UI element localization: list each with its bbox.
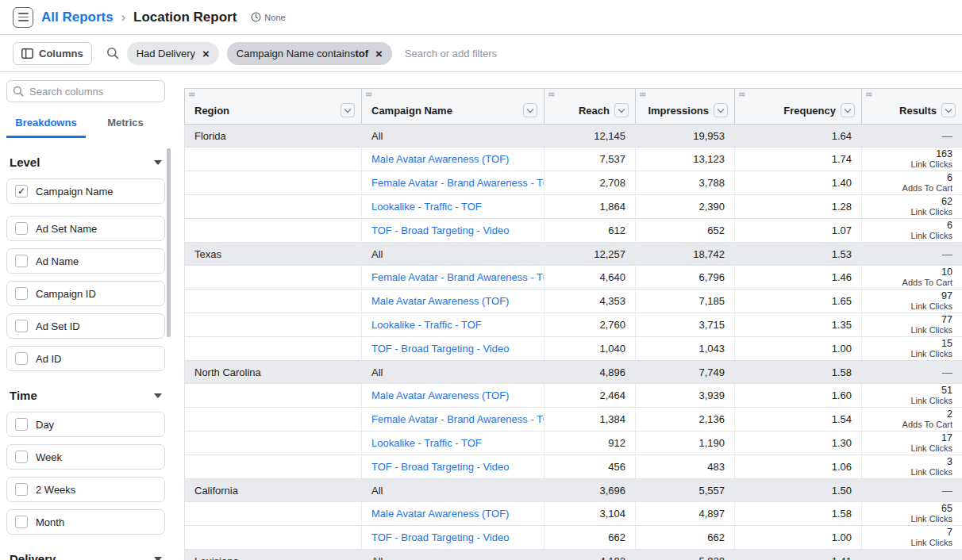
sidebar-section-delivery: DeliveryAge: [6, 552, 165, 560]
breakdown-option-campaign-id[interactable]: Campaign ID: [6, 281, 165, 306]
breakdown-option-day[interactable]: Day: [6, 412, 165, 437]
results-type-label: Link Clicks: [872, 538, 952, 547]
drag-handle-icon[interactable]: ⠿: [638, 91, 645, 96]
option-label: Ad Set Name: [36, 223, 97, 235]
breakdown-option-ad-id[interactable]: Ad ID: [6, 346, 165, 371]
checkbox[interactable]: [15, 352, 28, 365]
drag-handle-icon[interactable]: ⠿: [737, 91, 745, 96]
campaign-cell: TOF - Broad Targeting - Video: [362, 526, 544, 550]
campaign-link[interactable]: TOF - Broad Targeting - Video: [371, 531, 509, 543]
campaign-link[interactable]: Female Avatar - Brand Awareness - TOF: [371, 177, 544, 189]
hamburger-icon: [18, 13, 29, 14]
checkbox[interactable]: [15, 222, 28, 235]
filter-chip[interactable]: Had Delivery×: [127, 42, 219, 65]
columns-button[interactable]: Columns: [13, 42, 92, 65]
campaign-link[interactable]: Lookalike - Traffic - TOF: [371, 201, 482, 213]
section-header-level[interactable]: Level: [6, 155, 165, 169]
column-header-region[interactable]: ⠿Region: [185, 89, 362, 125]
column-menu-button[interactable]: [841, 103, 855, 117]
column-header-reach[interactable]: ⠿Reach: [544, 89, 636, 125]
campaign-cell: Female Avatar - Brand Awareness - TOF: [362, 266, 544, 290]
results-value: 77: [872, 315, 952, 325]
campaign-link[interactable]: Male Avatar Awareness (TOF): [371, 295, 509, 307]
drag-handle-icon[interactable]: ⠿: [187, 91, 194, 96]
remove-filter-icon[interactable]: ×: [202, 48, 210, 59]
campaign-row: Lookalike - Traffic - TOF2,7603,7151.357…: [185, 313, 962, 337]
campaign-link[interactable]: Male Avatar Awareness (TOF): [371, 389, 509, 401]
column-menu-button[interactable]: [941, 103, 956, 117]
column-menu-button[interactable]: [614, 103, 629, 117]
remove-filter-icon[interactable]: ×: [375, 48, 383, 59]
results-type-label: Link Clicks: [872, 301, 952, 311]
column-header-label: Campaign Name: [371, 105, 452, 117]
campaign-link[interactable]: Lookalike - Traffic - TOF: [371, 437, 482, 449]
results-type-label: Adds To Cart: [872, 278, 952, 287]
campaign-link[interactable]: Female Avatar - Brand Awareness - TOF: [371, 413, 544, 425]
campaign-link[interactable]: TOF - Broad Targeting - Video: [371, 343, 509, 355]
results-value: 62: [872, 197, 952, 207]
filter-search-input[interactable]: [405, 48, 949, 59]
checkbox-checked[interactable]: ✓: [15, 185, 28, 198]
campaign-link[interactable]: TOF - Broad Targeting - Video: [371, 224, 509, 236]
filter-chip[interactable]: Campaign Name contains tof×: [227, 42, 392, 65]
checkbox[interactable]: [15, 255, 28, 267]
frequency-cell: 1.07: [735, 219, 862, 243]
campaign-link[interactable]: Male Avatar Awareness (TOF): [371, 153, 509, 165]
section-header-time[interactable]: Time: [6, 389, 165, 402]
breadcrumb-all-reports[interactable]: All Reports: [41, 10, 114, 25]
column-header-results[interactable]: ⠿Results: [862, 89, 962, 125]
checkbox[interactable]: [15, 451, 28, 463]
region-cell: North Carolina: [185, 361, 362, 384]
campaign-link[interactable]: Male Avatar Awareness (TOF): [371, 508, 509, 520]
column-header-impressions[interactable]: ⠿Impressions: [636, 89, 735, 125]
breakdown-option-ad-set-id[interactable]: Ad Set ID: [6, 313, 165, 339]
section-header-delivery[interactable]: Delivery: [6, 552, 165, 560]
search-columns-input[interactable]: [6, 80, 165, 102]
column-menu-button[interactable]: [714, 103, 728, 117]
chevron-down-icon: [845, 105, 851, 112]
sidebar-scrollbar[interactable]: [167, 148, 171, 337]
campaign-cell: Lookalike - Traffic - TOF: [362, 432, 544, 455]
column-header-campaign-name[interactable]: ⠿Campaign Name: [362, 89, 544, 125]
breakdown-option-ad-set-name[interactable]: Ad Set Name: [6, 216, 165, 241]
breakdown-option-campaign-name[interactable]: ✓Campaign Name: [6, 178, 165, 204]
report-area: ⠿Region⠿Campaign Name⠿Reach⠿Impressions⠿…: [173, 72, 962, 560]
drag-handle-icon[interactable]: ⠿: [547, 91, 554, 96]
option-label: Campaign ID: [36, 288, 96, 300]
filter-chip-label: Had Delivery: [137, 48, 195, 59]
drag-handle-icon[interactable]: ⠿: [864, 91, 872, 96]
drag-handle-icon[interactable]: ⠿: [364, 91, 371, 96]
column-header-frequency[interactable]: ⠿Frequency: [735, 89, 862, 125]
checkbox[interactable]: [15, 483, 28, 496]
hamburger-menu-button[interactable]: [13, 7, 33, 28]
impressions-cell: 3,715: [636, 313, 735, 337]
breakdown-option-month[interactable]: Month: [6, 509, 165, 535]
schedule-indicator[interactable]: None: [251, 12, 285, 22]
results-value: 51: [872, 385, 952, 396]
checkbox[interactable]: [15, 320, 28, 332]
campaign-link[interactable]: Lookalike - Traffic - TOF: [371, 319, 482, 331]
filter-chip-label: Campaign Name contains: [237, 48, 356, 59]
sidebar-section-level: Level✓Campaign NameAd Set NameAd NameCam…: [6, 155, 165, 371]
campaign-cell: TOF - Broad Targeting - Video: [362, 219, 544, 243]
results-value: 7: [872, 527, 952, 538]
breakdown-option-2-weeks[interactable]: 2 Weeks: [6, 477, 165, 502]
breakdown-option-ad-name[interactable]: Ad Name: [6, 248, 165, 274]
checkbox[interactable]: [15, 516, 28, 528]
campaign-row: Lookalike - Traffic - TOF9121,1901.3017L…: [185, 432, 962, 455]
region-cell: [185, 266, 362, 290]
column-header-label: Region: [194, 105, 229, 117]
column-menu-button[interactable]: [523, 103, 537, 117]
tab-breakdowns[interactable]: Breakdowns: [6, 112, 86, 138]
column-menu-button[interactable]: [341, 103, 355, 117]
tab-metrics[interactable]: Metrics: [86, 112, 165, 138]
campaign-row: Male Avatar Awareness (TOF)3,1044,8971.5…: [185, 502, 962, 526]
frequency-cell: 1.65: [735, 290, 862, 313]
breakdown-option-week[interactable]: Week: [6, 444, 165, 470]
results-cell: —: [862, 479, 962, 502]
checkbox[interactable]: [15, 287, 28, 300]
campaign-link[interactable]: Female Avatar - Brand Awareness - TOF: [371, 271, 544, 283]
campaign-link[interactable]: TOF - Broad Targeting - Video: [371, 461, 509, 473]
checkbox[interactable]: [15, 418, 28, 431]
columns-button-label: Columns: [39, 48, 83, 59]
